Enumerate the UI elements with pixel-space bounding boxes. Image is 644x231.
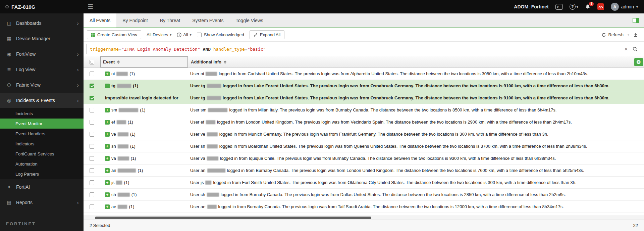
search-icon[interactable] bbox=[633, 47, 638, 52]
event-row[interactable]: +va(1)User valogged in from Iquique Chil… bbox=[84, 152, 644, 165]
sidebar-subitem-log-parsers[interactable]: Log Parsers bbox=[0, 169, 84, 179]
column-header-additional-info[interactable]: Additional Info bbox=[188, 56, 644, 67]
row-checkbox[interactable] bbox=[90, 108, 94, 112]
expand-row-icon[interactable]: + bbox=[105, 132, 110, 137]
sidebar-subitem-event-monitor[interactable]: Event Monitor bbox=[0, 119, 84, 129]
expand-row-icon[interactable]: + bbox=[105, 180, 110, 185]
refresh-button[interactable]: Refresh bbox=[601, 32, 624, 37]
event-row[interactable]: +ve(1)User velogged in from Munich Germa… bbox=[84, 128, 644, 140]
additional-info: User jslogged in from Fort Smith United … bbox=[190, 180, 577, 185]
sidebar-item-log-view[interactable]: ≣Log View› bbox=[0, 62, 84, 77]
row-checkbox[interactable] bbox=[90, 180, 94, 185]
redacted-username bbox=[207, 205, 217, 209]
row-checkbox[interactable] bbox=[90, 168, 94, 173]
tab-system-events[interactable]: System Events bbox=[186, 13, 229, 28]
expand-row-icon[interactable]: + bbox=[105, 120, 110, 125]
tab-all-events[interactable]: All Events bbox=[84, 13, 116, 28]
sidebar-item-incidents-events[interactable]: ◎Incidents & Events› bbox=[0, 93, 84, 108]
event-user: sm bbox=[111, 107, 117, 112]
sidebar-item-reports[interactable]: ▤Reports› bbox=[0, 195, 84, 210]
row-checkbox[interactable] bbox=[90, 132, 94, 137]
sidebar-item-device-manager[interactable]: ▦Device Manager bbox=[0, 31, 84, 46]
tab-by-endpoint[interactable]: By Endpoint bbox=[116, 13, 154, 28]
event-row[interactable]: +ae(1)User aelogged in from Burnaby Cana… bbox=[84, 201, 644, 213]
expand-row-icon[interactable]: + bbox=[105, 72, 110, 76]
scrollbar-thumb[interactable] bbox=[95, 217, 371, 219]
expand-row-icon[interactable]: + bbox=[105, 144, 110, 149]
row-checkbox[interactable] bbox=[90, 72, 94, 76]
expand-row-icon[interactable]: + bbox=[105, 156, 110, 161]
sort-icon[interactable] bbox=[224, 60, 226, 64]
sidebar-item-fortiai[interactable]: ✦FortiAI bbox=[0, 179, 84, 195]
sidebar-subitem-indicators[interactable]: Indicators bbox=[0, 139, 84, 149]
row-checkbox[interactable] bbox=[90, 144, 94, 149]
split-panel-toggle-icon[interactable] bbox=[633, 18, 639, 23]
sidebar-item-fabric-view[interactable]: ⬡Fabric View› bbox=[0, 77, 84, 93]
download-button[interactable] bbox=[633, 33, 638, 37]
column-settings-button[interactable]: ⚙ bbox=[634, 58, 643, 66]
event-row[interactable]: +ef(1)User eflogged in from London Unite… bbox=[84, 116, 644, 128]
column-header-event[interactable]: Event bbox=[100, 56, 188, 67]
sidebar-subitem-event-handlers[interactable]: Event Handlers bbox=[0, 129, 84, 139]
event-row[interactable]: +ch(1)User chlogged in from Burnaby Cana… bbox=[84, 189, 644, 201]
row-checkbox[interactable] bbox=[90, 120, 94, 125]
security-fabric-icon[interactable] bbox=[597, 3, 604, 10]
clear-filter-icon[interactable]: ✕ bbox=[624, 47, 628, 52]
tab-by-threat[interactable]: By Threat bbox=[154, 13, 186, 28]
expand-row-icon[interactable]: + bbox=[105, 204, 110, 209]
redacted-username bbox=[207, 169, 225, 173]
sidebar-subitem-fortiguard-services[interactable]: FortiGuard Services bbox=[0, 149, 84, 159]
create-custom-view-button[interactable]: Create Custom View bbox=[87, 30, 141, 39]
row-checkbox[interactable] bbox=[90, 84, 94, 88]
notifications-button[interactable]: 1 bbox=[585, 4, 591, 10]
row-checkbox[interactable] bbox=[90, 96, 94, 100]
sidebar-subitem-automation[interactable]: Automation bbox=[0, 159, 84, 169]
additional-info-cell: User velogged in from Munich Germany. Th… bbox=[188, 128, 644, 140]
devices-dropdown[interactable]: All Devices ▾ bbox=[147, 32, 171, 37]
refresh-options-caret[interactable]: ▾ bbox=[628, 33, 629, 37]
expand-row-icon[interactable]: + bbox=[105, 192, 110, 197]
info-text: logged in from Burnaby Canada. The previ… bbox=[221, 192, 566, 197]
filter-token: "ZTNA Login Anomaly Detection" bbox=[121, 47, 200, 52]
event-row[interactable]: +sm(1)User smlogged in from Milan Italy.… bbox=[84, 104, 644, 116]
filter-input[interactable]: triggername="ZTNA Login Anomaly Detectio… bbox=[86, 44, 641, 54]
download-icon bbox=[633, 33, 638, 37]
sidebar-subitem-incidents[interactable]: Incidents bbox=[0, 108, 84, 119]
sidebar-item-label: Device Manager bbox=[16, 36, 79, 41]
adom-label[interactable]: ADOM: Fortinet bbox=[514, 4, 548, 9]
redacted-username bbox=[118, 205, 127, 209]
event-row[interactable]: +sh(1)User shlogged in from Boardman Uni… bbox=[84, 140, 644, 152]
event-row[interactable]: +an(1)User anlogged in from Burnaby Cana… bbox=[84, 165, 644, 177]
event-child-row[interactable]: Impossible travel login detected forUser… bbox=[84, 92, 644, 104]
main-content: All EventsBy EndpointBy ThreatSystem Eve… bbox=[84, 13, 644, 231]
expand-row-icon[interactable]: + bbox=[105, 168, 110, 173]
event-row[interactable]: −tg(1)User tglogged in from Lake Forest … bbox=[84, 80, 644, 92]
help-icon: ? bbox=[570, 4, 576, 10]
horizontal-scrollbar[interactable] bbox=[84, 216, 644, 220]
time-range-dropdown[interactable]: All ▾ bbox=[177, 32, 191, 37]
expand-all-button[interactable]: Expand All bbox=[250, 30, 284, 39]
sort-icon[interactable] bbox=[117, 60, 120, 64]
hamburger-menu-icon[interactable]: ☰ bbox=[88, 3, 93, 11]
user-menu[interactable]: A admin ▾ bbox=[611, 3, 638, 11]
row-checkbox[interactable] bbox=[90, 156, 94, 161]
filter-token: "basic" bbox=[248, 47, 266, 52]
collapse-row-icon[interactable]: − bbox=[105, 84, 110, 88]
tab-toggle-views[interactable]: Toggle Views bbox=[230, 13, 269, 28]
event-row[interactable]: +ni(1)User nilogged in from Carlsbad Uni… bbox=[84, 68, 644, 80]
event-row[interactable]: +js(1)User jslogged in from Fort Smith U… bbox=[84, 177, 644, 189]
row-checkbox[interactable] bbox=[90, 192, 94, 197]
sidebar-item-fortiview[interactable]: ◉FortiView› bbox=[0, 46, 84, 62]
help-menu[interactable]: ? ▾ bbox=[570, 4, 578, 10]
select-all-header[interactable] bbox=[84, 56, 100, 67]
expand-row-icon[interactable]: + bbox=[105, 108, 110, 112]
select-all-checkbox[interactable] bbox=[90, 60, 94, 64]
sidebar-item-dashboards[interactable]: ◫Dashboards› bbox=[0, 15, 84, 31]
custom-view-icon bbox=[91, 33, 95, 37]
filter-token: triggername bbox=[90, 47, 119, 52]
filter-token: handler_type bbox=[213, 47, 245, 52]
cli-console-icon[interactable]: >_ bbox=[555, 4, 563, 10]
row-checkbox[interactable] bbox=[90, 204, 94, 209]
show-acknowledged-checkbox[interactable]: Show Acknowledged bbox=[197, 32, 244, 37]
event-user: va bbox=[111, 156, 116, 161]
